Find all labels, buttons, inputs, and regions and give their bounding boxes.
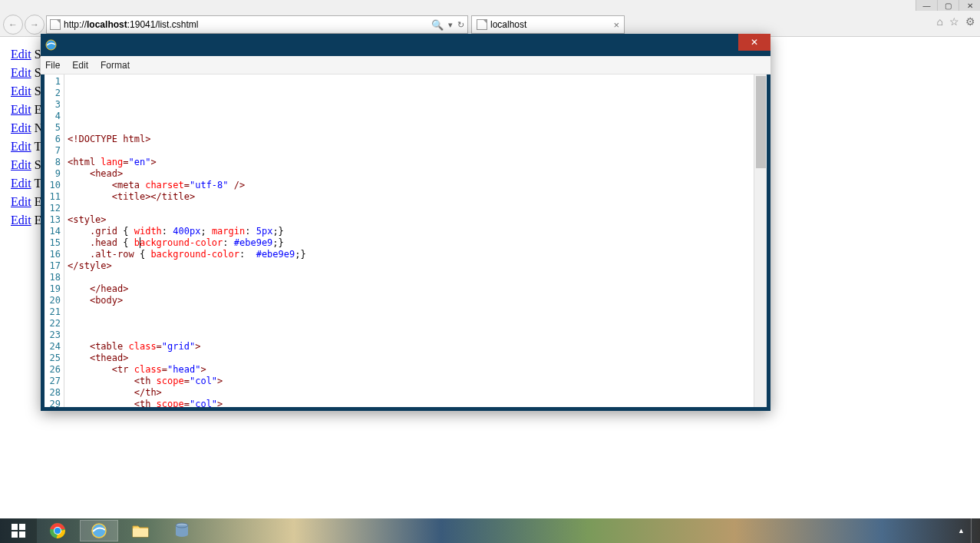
back-button[interactable]: ←	[3, 15, 23, 35]
taskbar-ie[interactable]	[78, 518, 120, 543]
code-line: .alt-row { background-color: #ebe9e9;}	[68, 249, 754, 260]
code-line	[68, 122, 754, 134]
browser-tab[interactable]: localhost ×	[471, 15, 625, 34]
edit-link[interactable]: Edit	[11, 158, 31, 171]
show-desktop-button[interactable]	[971, 518, 977, 543]
start-button[interactable]	[0, 518, 37, 543]
ie-icon	[91, 522, 107, 539]
search-icon[interactable]: 🔍	[431, 19, 444, 31]
tab-close-icon[interactable]: ×	[613, 19, 619, 31]
edit-link[interactable]: Edit	[11, 84, 31, 98]
addr-dropdown-icon[interactable]: ▾	[448, 20, 453, 30]
menu-format[interactable]: Format	[101, 60, 130, 71]
code-line: <html lang="en">	[68, 157, 754, 168]
svg-rect-3	[19, 524, 25, 530]
page-icon	[477, 19, 487, 30]
edit-link[interactable]: Edit	[11, 103, 31, 116]
code-line: <style>	[68, 214, 754, 226]
forward-icon: →	[30, 19, 39, 30]
code-line: .grid { width: 400px; margin: 5px;}	[68, 226, 754, 237]
svg-point-12	[92, 524, 106, 538]
code-line: <table class="grid">	[68, 341, 754, 353]
browser-chrome: — ▢ ✕ ← → http://localhost:19041/list.cs…	[0, 0, 980, 37]
window-controls: — ▢ ✕	[916, 0, 980, 11]
code-line	[68, 111, 754, 122]
code-line	[68, 272, 754, 283]
code-content[interactable]: <!DOCTYPE html> <html lang="en"> <head> …	[64, 74, 754, 407]
folder-icon	[132, 524, 149, 538]
edit-link[interactable]: Edit	[11, 48, 31, 61]
edit-link[interactable]: Edit	[11, 140, 31, 153]
taskbar: ▲	[0, 518, 980, 543]
code-line	[68, 306, 754, 318]
forward-button[interactable]: →	[25, 15, 45, 35]
line-number-gutter: 1 2 3 4 5 6 7 8 9 10 11 12 13 14 15 16 1…	[45, 74, 64, 407]
svg-point-11	[92, 524, 106, 538]
windows-icon	[12, 524, 25, 538]
system-tray: ▲	[955, 518, 980, 543]
close-icon: ✕	[751, 37, 758, 48]
code-line: <th scope="col">	[68, 376, 754, 387]
text-cursor	[140, 237, 140, 248]
edit-link[interactable]: Edit	[11, 214, 31, 227]
edit-link[interactable]: Edit	[11, 195, 31, 208]
address-bar[interactable]: http://localhost:19041/list.cshtml 🔍 ▾ ↻	[46, 15, 468, 34]
tray-overflow-icon[interactable]: ▲	[958, 527, 965, 535]
code-line: </style>	[68, 260, 754, 272]
code-line: <thead>	[68, 353, 754, 364]
svg-rect-4	[12, 531, 18, 538]
code-line: </head>	[68, 283, 754, 295]
code-line: <th scope="col">	[68, 399, 754, 407]
taskbar-database[interactable]	[161, 518, 203, 543]
taskbar-explorer[interactable]	[120, 518, 161, 543]
modal-menubar: File Edit Format	[41, 56, 770, 74]
svg-rect-2	[12, 524, 18, 530]
code-line: <head>	[68, 168, 754, 180]
ie-icon	[45, 39, 57, 51]
taskbar-chrome[interactable]	[37, 518, 78, 543]
code-line: <meta charset="utf-8" />	[68, 180, 754, 191]
code-line: </th>	[68, 387, 754, 399]
menu-file[interactable]: File	[45, 60, 60, 71]
url-text: http://localhost:19041/list.cshtml	[64, 19, 431, 30]
home-icon[interactable]: ⌂	[937, 15, 943, 28]
tools-gear-icon[interactable]: ⚙	[965, 15, 975, 28]
code-line: <tr class="head">	[68, 364, 754, 376]
page-icon	[50, 19, 61, 30]
minimize-button[interactable]: —	[916, 0, 937, 11]
code-line	[68, 145, 754, 157]
vertical-scrollbar[interactable]	[754, 74, 767, 407]
modal-close-button[interactable]: ✕	[738, 34, 770, 51]
back-icon: ←	[8, 19, 18, 30]
menu-edit[interactable]: Edit	[72, 60, 88, 71]
code-line: <body>	[68, 295, 754, 306]
svg-rect-5	[19, 531, 25, 538]
edit-link[interactable]: Edit	[11, 121, 31, 134]
code-line: .head { background-color: #ebe9e9;}	[68, 237, 754, 249]
code-line	[68, 318, 754, 329]
svg-point-10	[54, 528, 61, 534]
code-line: <title></title>	[68, 191, 754, 203]
chrome-icon	[49, 522, 66, 539]
refresh-icon[interactable]: ↻	[457, 20, 464, 30]
code-line	[68, 203, 754, 214]
code-line	[68, 329, 754, 341]
close-window-button[interactable]: ✕	[959, 0, 980, 11]
edit-link[interactable]: Edit	[11, 66, 31, 79]
modal-titlebar[interactable]: ✕	[41, 34, 770, 56]
scroll-thumb[interactable]	[756, 76, 766, 168]
source-viewer-window: ✕ File Edit Format 1 2 3 4 5 6 7 8 9 10 …	[41, 34, 770, 411]
code-area: 1 2 3 4 5 6 7 8 9 10 11 12 13 14 15 16 1…	[45, 74, 767, 407]
code-line: <!DOCTYPE html>	[68, 134, 754, 145]
favorites-icon[interactable]: ☆	[949, 15, 959, 28]
tab-title: localhost	[490, 19, 526, 30]
maximize-button[interactable]: ▢	[937, 0, 959, 11]
edit-link[interactable]: Edit	[11, 177, 31, 190]
svg-rect-13	[133, 528, 148, 537]
database-icon	[174, 522, 190, 539]
